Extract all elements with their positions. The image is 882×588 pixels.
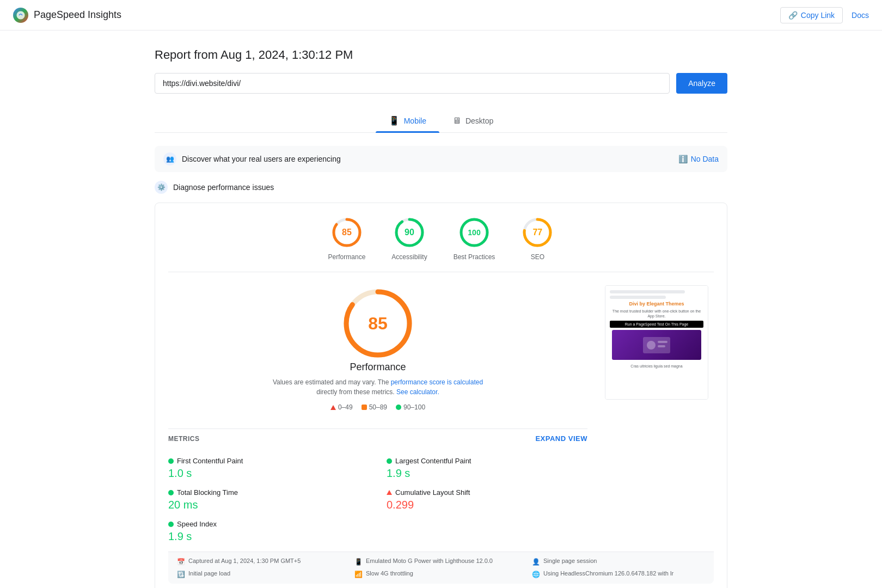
score-card-best-practices[interactable]: 100 Best Practices — [454, 216, 495, 261]
screenshot-top: Divi by Elegant Themes The most trusted … — [605, 286, 708, 399]
performance-gauge: 85 — [330, 216, 363, 249]
score-legend: 0–49 50–89 90–100 — [330, 403, 425, 411]
discover-icon: 👥 — [163, 152, 176, 166]
screenshot-image: Divi by Elegant Themes The most trusted … — [605, 285, 708, 400]
seo-label: SEO — [531, 253, 544, 261]
tbt-label: Total Blocking Time — [168, 488, 369, 497]
docs-link[interactable]: Docs — [852, 11, 869, 20]
score-card-seo[interactable]: 77 SEO — [521, 216, 554, 261]
copy-link-button[interactable]: 🔗 Copy Link — [780, 7, 843, 23]
mobile-icon: 📱 — [389, 115, 400, 126]
metric-cls: Cumulative Layout Shift 0.299 — [387, 488, 587, 511]
si-label: Speed Index — [168, 520, 369, 528]
score-card-accessibility[interactable]: 90 Accessibility — [391, 216, 427, 261]
footer-throttling: 📶 Slow 4G throttling — [354, 570, 528, 578]
expand-view-button[interactable]: Expand view — [535, 434, 587, 443]
si-status-icon — [168, 522, 174, 527]
logo-icon — [13, 8, 28, 23]
tab-mobile[interactable]: 📱 Mobile — [376, 109, 439, 132]
screenshot-image-box — [612, 330, 701, 360]
link-icon: 🔗 — [788, 11, 798, 20]
user-icon: 👤 — [532, 558, 540, 566]
metrics-grid: First Contentful Paint 1.0 s Largest Con… — [168, 448, 587, 552]
discover-bar: 👥 Discover what your real users are expe… — [155, 146, 727, 172]
lcp-status-icon — [387, 458, 392, 464]
footer-emulated: 📱 Emulated Moto G Power with Lighthouse … — [354, 558, 528, 566]
reload-icon: 🔃 — [177, 571, 185, 578]
performance-score: 85 — [342, 228, 352, 237]
svg-point-11 — [647, 341, 656, 350]
main-content: Report from Aug 1, 2024, 1:30:12 PM Anal… — [142, 30, 740, 588]
url-input[interactable] — [155, 73, 670, 94]
cls-label: Cumulative Layout Shift — [387, 488, 587, 497]
page-screenshot: Divi by Elegant Themes The most trusted … — [605, 285, 714, 552]
cls-status-icon — [387, 490, 392, 495]
diagnose-icon: ⚙️ — [155, 181, 168, 194]
screenshot-brand: Divi by Elegant Themes — [610, 301, 703, 307]
seo-score: 77 — [532, 228, 542, 237]
cls-value: 0.299 — [387, 499, 587, 511]
app-title: PageSpeed Insights — [34, 9, 121, 21]
metric-lcp: Largest Contentful Paint 1.9 s — [387, 457, 587, 480]
footer-browser: 🌐 Using HeadlessChromium 126.0.6478.182 … — [532, 570, 705, 578]
best-practices-score: 100 — [468, 228, 480, 237]
accessibility-gauge: 90 — [393, 216, 426, 249]
report-title: Report from Aug 1, 2024, 1:30:12 PM — [155, 48, 727, 62]
score-cards: 85 Performance 90 Accessibility — [168, 216, 714, 272]
metric-si: Speed Index 1.9 s — [168, 520, 369, 543]
header: PageSpeed Insights 🔗 Copy Link Docs — [0, 0, 882, 30]
fail-icon — [330, 405, 336, 410]
big-gauge: 85 — [340, 285, 416, 362]
discover-text: Discover what your real users are experi… — [182, 155, 341, 163]
footer-session: 👤 Single page session — [532, 558, 705, 566]
desktop-icon: 🖥 — [452, 116, 461, 126]
tab-desktop[interactable]: 🖥 Desktop — [439, 109, 506, 132]
perf-main: 85 Performance Values are estimated and … — [168, 285, 587, 552]
seo-gauge: 77 — [521, 216, 554, 249]
header-actions: 🔗 Copy Link Docs — [780, 7, 869, 23]
discover-status: ℹ️ No Data — [678, 155, 719, 163]
tbt-status-icon — [168, 490, 174, 495]
device-icon: 📱 — [354, 558, 363, 566]
tab-mobile-label: Mobile — [404, 117, 426, 125]
globe-icon: 🌐 — [532, 571, 540, 578]
lcp-label: Largest Contentful Paint — [387, 457, 587, 465]
calendar-icon: 📅 — [177, 558, 185, 566]
big-performance-score: 85 — [368, 314, 388, 334]
tab-desktop-label: Desktop — [465, 117, 493, 125]
logo-area: PageSpeed Insights — [13, 8, 121, 23]
big-performance-gauge: 85 Performance Values are estimated and … — [168, 285, 587, 420]
legend-pass: 90–100 — [396, 403, 425, 411]
no-data-label: No Data — [691, 155, 719, 163]
screenshot-caption: Cras ultricies ligula sed magna — [610, 362, 703, 370]
performance-title: Performance — [350, 362, 406, 373]
pass-range: 90–100 — [403, 403, 425, 411]
info-circle-icon: ℹ️ — [678, 155, 688, 163]
footer-captured: 📅 Captured at Aug 1, 2024, 1:30 PM GMT+5 — [177, 558, 350, 566]
calc-link-1[interactable]: performance score is calculated — [391, 378, 483, 386]
average-range: 50–89 — [369, 403, 387, 411]
footer-page-load: 🔃 Initial page load — [177, 570, 350, 578]
svg-rect-13 — [658, 345, 665, 347]
fcp-value: 1.0 s — [168, 467, 369, 480]
legend-fail: 0–49 — [330, 403, 353, 411]
copy-link-label: Copy Link — [801, 11, 835, 20]
accessibility-score: 90 — [405, 228, 414, 237]
signal-icon: 📶 — [354, 571, 363, 578]
svg-rect-12 — [658, 341, 667, 343]
metrics-header: METRICS Expand view — [168, 428, 587, 448]
lcp-value: 1.9 s — [387, 467, 587, 480]
score-card-performance[interactable]: 85 Performance — [328, 216, 366, 261]
screenshot-desc: The most trusted builder with one-click … — [612, 309, 701, 318]
average-icon — [362, 405, 367, 410]
score-cards-container: 85 Performance 90 Accessibility — [155, 203, 727, 588]
audit-footer: 📅 Captured at Aug 1, 2024, 1:30 PM GMT+5… — [168, 552, 714, 584]
screenshot-line-1 — [610, 290, 685, 293]
fcp-label: First Contentful Paint — [168, 457, 369, 465]
legend-average: 50–89 — [362, 403, 387, 411]
pass-icon — [396, 405, 401, 410]
accessibility-label: Accessibility — [391, 253, 427, 261]
analyze-button[interactable]: Analyze — [676, 73, 727, 94]
best-practices-gauge: 100 — [458, 216, 491, 249]
calc-link-2[interactable]: See calculator. — [396, 388, 439, 396]
